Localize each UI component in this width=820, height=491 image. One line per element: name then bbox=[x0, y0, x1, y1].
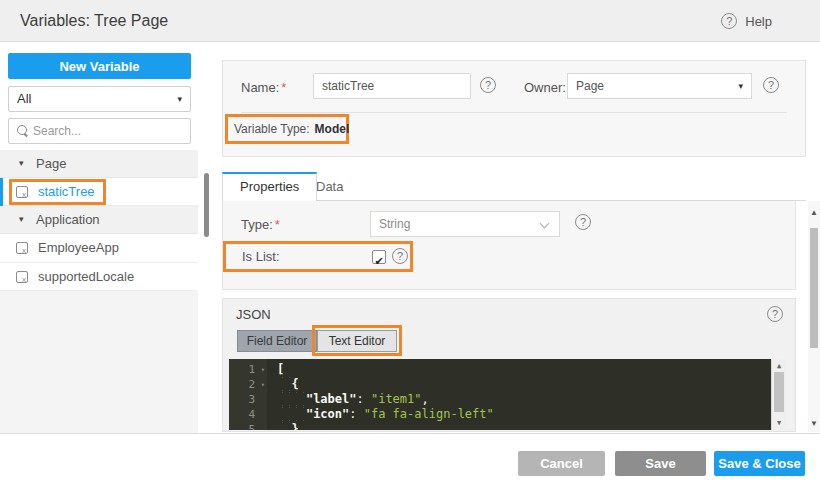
line-number: 1▾ bbox=[229, 362, 267, 377]
name-field[interactable] bbox=[313, 73, 471, 99]
save-and-close-button[interactable]: Save & Close bbox=[714, 451, 805, 476]
editor-code-area: [ { "label": "item1", "icon": "fa fa-ali… bbox=[267, 359, 771, 430]
code-line: } bbox=[277, 422, 771, 430]
code-line: "label": "item1", bbox=[277, 392, 771, 407]
scroll-down-icon[interactable]: ▼ bbox=[772, 419, 786, 427]
check-icon: ✔ bbox=[374, 255, 383, 267]
json-help-icon[interactable]: ? bbox=[767, 306, 783, 322]
page-title: Variables: Tree Page bbox=[20, 0, 168, 42]
help-label: Help bbox=[745, 14, 772, 29]
variable-icon: x bbox=[16, 271, 28, 283]
code-line: "icon": "fa fa-align-left" bbox=[277, 407, 771, 422]
line-number: 5 bbox=[229, 422, 267, 430]
editor-scrollbar[interactable]: ▲ ▼ bbox=[771, 359, 786, 430]
editor-gutter: 1▾ 2▾ 3 4 5 bbox=[229, 359, 267, 430]
owner-help-icon[interactable]: ? bbox=[763, 77, 779, 93]
tree-item-label: staticTree bbox=[38, 178, 95, 205]
caret-down-icon: ▾ bbox=[19, 150, 24, 177]
chevron-down-icon: ▾ bbox=[738, 74, 743, 98]
dialog-footer: Cancel Save Save & Close bbox=[0, 433, 820, 491]
scroll-up-icon[interactable]: ▲ bbox=[808, 208, 820, 217]
tree-item-label: EmployeeApp bbox=[38, 234, 119, 261]
scroll-down-icon[interactable]: ▼ bbox=[808, 419, 820, 428]
tree-group-label: Application bbox=[36, 206, 100, 233]
search-input[interactable] bbox=[33, 119, 188, 143]
is-list-label: Is List: bbox=[242, 249, 280, 264]
required-marker: * bbox=[279, 80, 286, 95]
annotation-box-is-list: Is List: ✔ ? bbox=[223, 241, 413, 272]
type-select[interactable]: String bbox=[370, 211, 560, 237]
is-list-help-icon[interactable]: ? bbox=[392, 248, 408, 264]
owner-selected-value: Page bbox=[576, 79, 604, 93]
json-code-editor[interactable]: 1▾ 2▾ 3 4 5 [ { "label": "item1", "icon"… bbox=[229, 359, 786, 430]
help-button[interactable]: ? Help bbox=[721, 13, 772, 29]
required-marker: * bbox=[273, 217, 280, 232]
tab-properties[interactable]: Properties bbox=[222, 172, 317, 201]
type-selected-value: String bbox=[379, 217, 410, 231]
save-button[interactable]: Save bbox=[615, 451, 706, 476]
line-number: 4 bbox=[229, 407, 267, 422]
sidebar-scrollbar-thumb[interactable] bbox=[204, 173, 209, 237]
content-scrollbar-thumb[interactable] bbox=[810, 228, 818, 348]
tree-item-employeeapp[interactable]: x EmployeeApp bbox=[0, 234, 198, 263]
fold-caret-icon[interactable]: ▾ bbox=[261, 378, 265, 393]
tree-group-label: Page bbox=[36, 150, 66, 177]
content-scrollbar[interactable]: ▲ ▼ bbox=[808, 201, 820, 432]
variable-form-panel: Name:* ? Owner:* Page ▾ ? Variable Type:… bbox=[222, 60, 806, 157]
code-line: [ bbox=[277, 362, 771, 377]
owner-select[interactable]: Page ▾ bbox=[567, 73, 752, 99]
variable-icon: x bbox=[16, 242, 28, 254]
text-editor-button[interactable]: Text Editor bbox=[317, 330, 397, 352]
fold-caret-icon[interactable]: ▾ bbox=[261, 363, 265, 378]
editor-scrollbar-thumb[interactable] bbox=[774, 372, 784, 412]
type-help-icon[interactable]: ? bbox=[575, 214, 591, 230]
code-line: { bbox=[277, 377, 771, 392]
tree-item-statictree[interactable]: x staticTree bbox=[0, 178, 198, 206]
owner-label: Owner:* bbox=[524, 80, 573, 95]
cancel-button[interactable]: Cancel bbox=[518, 451, 605, 476]
annotation-box-variable-type: Variable Type: Model bbox=[225, 114, 349, 144]
variable-type-label: Variable Type: bbox=[234, 122, 310, 136]
name-help-icon[interactable]: ? bbox=[480, 77, 496, 93]
divider bbox=[241, 112, 787, 113]
field-editor-button[interactable]: Field Editor bbox=[237, 330, 317, 352]
variable-filter-select[interactable]: All ▾ bbox=[8, 86, 191, 112]
line-number: 2▾ bbox=[229, 377, 267, 392]
filter-selected-value: All bbox=[17, 91, 31, 106]
tree-group-page[interactable]: ▾ Page bbox=[0, 150, 198, 178]
variable-type-value: Model bbox=[315, 122, 350, 136]
type-label: Type:* bbox=[241, 217, 280, 232]
help-icon: ? bbox=[721, 13, 737, 29]
sidebar-empty-area bbox=[0, 291, 198, 433]
properties-panel: Type:* String ? Is List: ✔ ? bbox=[222, 201, 796, 290]
variables-dialog: Variables: Tree Page ? Help New Variable… bbox=[0, 0, 820, 491]
tree-item-supportedlocale[interactable]: x supportedLocale bbox=[0, 263, 198, 291]
is-list-checkbox[interactable]: ✔ bbox=[372, 250, 386, 264]
json-section-title: JSON bbox=[236, 307, 271, 322]
search-icon bbox=[17, 125, 29, 137]
tree-item-label: supportedLocale bbox=[38, 263, 134, 290]
new-variable-button[interactable]: New Variable bbox=[8, 53, 191, 79]
tree-group-application[interactable]: ▾ Application bbox=[0, 206, 198, 234]
name-label: Name:* bbox=[241, 80, 286, 95]
caret-down-icon: ▾ bbox=[19, 206, 24, 233]
line-number: 3 bbox=[229, 392, 267, 407]
search-box bbox=[8, 118, 191, 144]
chevron-down-icon bbox=[540, 219, 550, 229]
variable-icon: x bbox=[16, 186, 28, 198]
scroll-up-icon[interactable]: ▲ bbox=[772, 362, 786, 370]
chevron-down-icon: ▾ bbox=[177, 87, 182, 111]
dialog-header: Variables: Tree Page ? Help bbox=[0, 0, 820, 42]
tab-bar: Properties Data bbox=[222, 172, 806, 201]
selected-indicator bbox=[0, 178, 3, 206]
json-panel: JSON ? Field Editor Text Editor 1▾ 2▾ 3 … bbox=[222, 298, 796, 432]
variables-sidebar: New Variable All ▾ ▾ Page x staticTree ▾… bbox=[0, 42, 212, 433]
